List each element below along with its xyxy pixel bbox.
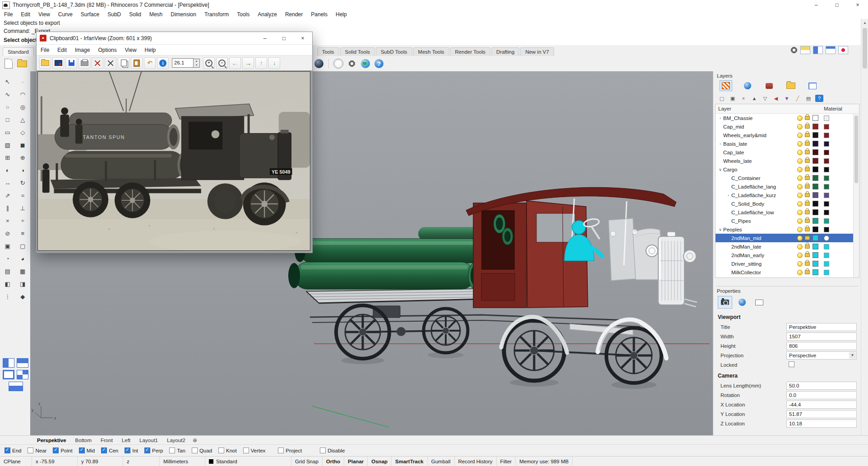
last-image-icon[interactable]: ↓ — [268, 57, 280, 69]
tool-icon[interactable]: ▧ — [2, 140, 13, 150]
menu-item[interactable]: Curve — [54, 11, 77, 18]
tool-icon[interactable]: ▤ — [2, 266, 13, 276]
material-chip[interactable] — [824, 133, 829, 138]
layout-option-icon[interactable] — [838, 46, 848, 54]
lock-icon[interactable] — [805, 253, 810, 257]
layer-row[interactable]: Wheels_late — [716, 157, 859, 165]
layers-toolbar-icon[interactable]: ▣ — [729, 95, 737, 102]
toolbar-tab[interactable]: Tools — [317, 47, 339, 56]
prop-value[interactable]: Perspektive — [786, 323, 857, 331]
menu-item[interactable]: Image — [71, 47, 94, 53]
locked-checkbox[interactable] — [789, 361, 794, 367]
page-properties-tab-icon[interactable] — [752, 296, 766, 309]
copy-icon[interactable] — [118, 57, 129, 69]
layout-option-icon[interactable] — [813, 46, 823, 54]
menu-item[interactable]: Surface — [77, 11, 103, 18]
menu-item[interactable]: View — [34, 11, 54, 18]
expand-icon[interactable]: › — [717, 116, 723, 120]
layers-toolbar-icon[interactable]: × — [739, 95, 748, 102]
layer-color-chip[interactable] — [813, 115, 818, 121]
lock-icon[interactable] — [805, 262, 810, 266]
tool-icon[interactable]: ⊞ — [2, 152, 13, 162]
lock-icon[interactable] — [805, 142, 810, 146]
tool-icon[interactable]: ∿ — [2, 89, 13, 99]
material-chip[interactable] — [824, 270, 829, 275]
earth-globe-icon[interactable] — [360, 58, 371, 69]
tool-icon[interactable]: ▭ — [2, 127, 13, 137]
add-viewport-icon[interactable]: ⊕ — [193, 437, 197, 443]
layer-color-chip[interactable] — [813, 192, 818, 198]
visibility-bulb-icon[interactable] — [797, 235, 803, 241]
visibility-bulb-icon[interactable] — [797, 124, 803, 129]
menu-item[interactable]: Edit — [17, 11, 34, 18]
visibility-bulb-icon[interactable] — [797, 175, 803, 181]
osnap-toggle[interactable]: Disable — [320, 448, 345, 453]
layout-4view-icon[interactable] — [3, 358, 14, 368]
window-scrollbar[interactable]: ▴ — [861, 19, 868, 456]
tool-icon[interactable]: ○ — [2, 102, 13, 112]
visibility-bulb-icon[interactable] — [797, 193, 803, 198]
material-chip[interactable] — [824, 227, 829, 232]
cut-icon[interactable] — [105, 57, 116, 69]
visibility-bulb-icon[interactable] — [797, 218, 803, 224]
osnap-toggle[interactable]: Knot — [218, 448, 237, 453]
osnap-toggle[interactable]: Vertex — [243, 448, 266, 453]
menu-item[interactable]: View — [121, 47, 141, 53]
osnap-toggle[interactable]: End — [5, 448, 21, 453]
chevron-down-icon[interactable]: ▼ — [849, 352, 856, 359]
lock-icon[interactable] — [805, 176, 810, 180]
tool-icon[interactable]: ◑ — [17, 165, 28, 175]
visibility-bulb-icon[interactable] — [797, 270, 803, 275]
tool-icon[interactable]: ◎ — [17, 102, 28, 112]
tool-icon[interactable]: ⊕ — [17, 152, 28, 162]
visibility-bulb-icon[interactable] — [797, 184, 803, 189]
layer-row[interactable]: C_Solid_Body — [716, 199, 859, 208]
layers-toolbar-icon[interactable]: ? — [815, 95, 823, 102]
toolbar-tab[interactable]: Solid Tools — [340, 47, 375, 56]
zoom-input[interactable]: 26.1 — [172, 58, 194, 68]
viewport-tab[interactable]: Layout1 — [135, 438, 162, 443]
status-field[interactable]: Planar — [344, 457, 368, 466]
layer-row[interactable]: ∨ Peoples — [716, 225, 859, 234]
layer-color-chip[interactable] — [813, 201, 818, 207]
zoom-in-icon[interactable]: + — [203, 57, 215, 69]
layer-color-chip[interactable] — [813, 158, 818, 164]
visibility-bulb-icon[interactable] — [797, 244, 803, 249]
menu-item[interactable]: File — [37, 47, 53, 53]
status-field[interactable]: z — [123, 457, 160, 466]
layer-color-chip[interactable] — [813, 141, 818, 147]
prop-value[interactable]: 51.87 — [786, 410, 857, 418]
layer-row[interactable]: 2ndMan_early — [716, 251, 859, 259]
visibility-bulb-icon[interactable] — [797, 210, 803, 215]
layer-row[interactable]: C_Container — [716, 174, 859, 182]
visibility-bulb-icon[interactable] — [797, 150, 803, 155]
lock-icon[interactable] — [805, 150, 810, 154]
info-icon[interactable]: i — [157, 57, 169, 69]
menu-item[interactable]: Analyze — [254, 11, 281, 18]
scrollbar-thumb[interactable] — [863, 28, 867, 69]
tool-icon[interactable]: ◧ — [2, 279, 13, 289]
tool-icon[interactable]: ≡ — [17, 228, 28, 238]
layer-color-chip[interactable] — [813, 226, 818, 232]
menu-item[interactable]: Tools — [233, 11, 254, 18]
layout-2view-icon[interactable] — [3, 370, 14, 379]
status-field[interactable]: Millimeters — [160, 457, 205, 466]
material-chip[interactable] — [824, 210, 829, 215]
lock-icon[interactable] — [805, 167, 810, 171]
status-field[interactable]: y 70.89 — [78, 457, 123, 466]
irfanview-titlebar[interactable]: Clipboard01 - IrfanView (Zoom: 601 x 399… — [37, 32, 312, 45]
flatbed[interactable] — [306, 289, 498, 303]
layer-row[interactable]: C_Pipes — [716, 217, 859, 225]
minimize-button[interactable]: – — [255, 32, 274, 44]
toolbar-tab[interactable]: SubD Tools — [376, 47, 412, 56]
menu-item[interactable]: Transform — [200, 11, 233, 18]
tool-icon[interactable]: ⋮ — [2, 291, 13, 301]
layer-row[interactable]: MilkCollector — [716, 268, 859, 277]
tool-icon[interactable]: ◨ — [17, 279, 28, 289]
material-chip[interactable] — [824, 175, 829, 181]
menu-item[interactable]: Help — [332, 11, 351, 18]
osnap-toggle[interactable]: Quad — [192, 448, 212, 453]
layer-color-chip[interactable] — [813, 124, 818, 129]
lock-icon[interactable] — [805, 116, 810, 120]
osnap-checkbox[interactable] — [53, 448, 59, 453]
